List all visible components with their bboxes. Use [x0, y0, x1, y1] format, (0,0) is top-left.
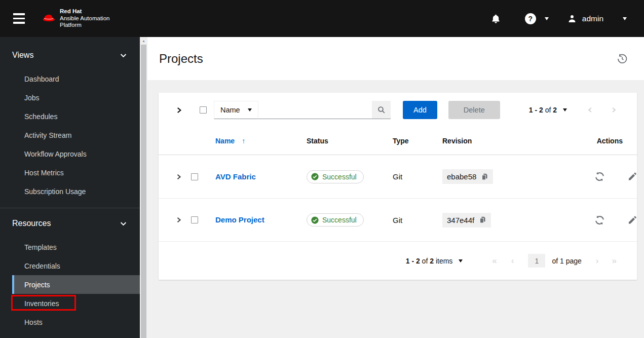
copy-revision-button[interactable]	[481, 173, 488, 181]
sync-project-button[interactable]	[594, 171, 605, 182]
nav-toggle-button[interactable]	[10, 10, 28, 27]
sidebar-item-host-metrics[interactable]: Host Metrics	[12, 163, 140, 182]
row-select-checkbox[interactable]	[191, 216, 198, 223]
copy-icon	[479, 216, 486, 224]
brand-logo: Red Hat Ansible Automation Platform	[42, 8, 109, 29]
sidebar-item-credentials[interactable]: Credentials	[12, 256, 140, 275]
sidebar-group-views[interactable]: Views	[0, 46, 140, 64]
prev-page-button[interactable]	[587, 106, 593, 114]
column-header-revision: Revision	[442, 137, 594, 145]
row-select-checkbox[interactable]	[191, 173, 198, 180]
revision-chip: ebabe58	[442, 169, 493, 184]
list-toolbar: Name Add Delete 1 - 2 of 2	[159, 93, 637, 127]
sidebar-item-schedules[interactable]: Schedules	[12, 107, 140, 126]
masthead-tools: ? admin	[491, 13, 627, 24]
sidebar-item-jobs[interactable]: Jobs	[12, 88, 140, 107]
user-menu-button[interactable]: admin	[567, 14, 627, 24]
column-header-type: Type	[393, 137, 442, 145]
chevron-down-icon	[120, 53, 127, 58]
column-header-status: Status	[307, 137, 393, 145]
chevron-right-icon	[176, 216, 182, 223]
chevron-right-icon	[176, 106, 182, 114]
add-button[interactable]: Add	[403, 101, 437, 119]
resources-items: Templates Credentials Projects Inventori…	[0, 238, 140, 331]
main-content: Projects Name	[147, 37, 644, 338]
column-header-name[interactable]: Name ↑	[215, 137, 307, 145]
brand-line1: Red Hat	[60, 8, 109, 15]
username-label: admin	[582, 14, 603, 23]
sidebar-item-activity-stream[interactable]: Activity Stream	[12, 126, 140, 144]
page-count-label: of 1 page	[552, 257, 581, 265]
sidebar-item-subscription-usage[interactable]: Subscription Usage	[12, 182, 140, 201]
project-type: Git	[393, 172, 442, 181]
status-badge: Successful	[307, 213, 364, 227]
copy-icon	[481, 173, 488, 181]
sidebar-item-inventories[interactable]: Inventories	[12, 294, 140, 313]
prev-page-button[interactable]: ‹	[511, 256, 514, 265]
views-items: Dashboard Jobs Schedules Activity Stream…	[0, 69, 140, 201]
sidebar-item-templates[interactable]: Templates	[12, 238, 140, 256]
check-circle-icon	[311, 216, 319, 224]
chevron-down-icon	[545, 17, 549, 20]
sync-project-button[interactable]	[594, 215, 605, 226]
redhat-hat-icon	[42, 14, 56, 24]
search-submit-button[interactable]	[372, 101, 391, 119]
help-menu-button[interactable]: ?	[525, 13, 549, 24]
last-page-button[interactable]: »	[612, 256, 617, 265]
first-page-button[interactable]: «	[492, 256, 497, 265]
chevron-down-icon	[623, 17, 627, 20]
check-circle-icon	[311, 173, 319, 180]
sidebar-group-resources[interactable]: Resources	[0, 214, 140, 233]
history-icon	[617, 53, 628, 64]
group-label: Views	[12, 51, 33, 60]
revision-chip: 347e44f	[442, 213, 491, 228]
pagination-summary: 1 - 2 of 2	[529, 106, 557, 114]
sidebar-item-projects[interactable]: Projects	[12, 275, 140, 294]
brand-line2: Ansible Automation	[60, 15, 109, 22]
caret-down-icon	[248, 108, 252, 111]
filter-key-label: Name	[220, 106, 240, 114]
top-pagination: 1 - 2 of 2	[529, 106, 617, 114]
column-header-actions: Actions	[594, 137, 629, 145]
scrollbar-up-arrow-icon[interactable]: ▲	[140, 37, 147, 45]
content-area: Name Add Delete 1 - 2 of 2	[147, 80, 644, 280]
brand-line3: Platform	[60, 22, 109, 29]
search-icon	[377, 105, 386, 114]
delete-button[interactable]: Delete	[448, 101, 500, 119]
status-badge: Successful	[307, 170, 364, 183]
sidebar-item-dashboard[interactable]: Dashboard	[12, 69, 140, 88]
expand-all-button[interactable]	[176, 106, 182, 114]
current-page-input[interactable]	[528, 254, 545, 268]
activity-history-button[interactable]	[617, 53, 628, 64]
row-expand-button[interactable]	[167, 216, 191, 223]
row-expand-button[interactable]	[167, 173, 191, 180]
sidebar-scrollbar[interactable]: ▲	[140, 37, 147, 338]
project-name-link[interactable]: AVD Fabric	[215, 172, 256, 181]
notifications-button[interactable]	[491, 14, 501, 24]
projects-card: Name Add Delete 1 - 2 of 2	[159, 93, 637, 280]
sidebar-nav: Views Dashboard Jobs Schedules Activity …	[0, 37, 140, 338]
caret-down-icon[interactable]	[563, 108, 567, 111]
search-input[interactable]	[258, 101, 372, 119]
edit-project-button[interactable]	[627, 171, 637, 182]
bottom-pagination: 1 - 2 of 2 items « ‹ of 1 page › »	[159, 241, 637, 280]
caret-down-icon[interactable]	[459, 259, 463, 262]
table-row: AVD Fabric Successful Git ebabe58	[159, 155, 637, 198]
copy-revision-button[interactable]	[479, 216, 486, 224]
select-all-checkbox[interactable]	[200, 106, 207, 114]
next-page-button[interactable]: ›	[596, 256, 599, 265]
sync-icon	[594, 171, 605, 182]
sync-icon	[594, 215, 605, 226]
chevron-down-icon	[120, 221, 127, 226]
sidebar-item-hosts[interactable]: Hosts	[12, 313, 140, 331]
sidebar-item-workflow-approvals[interactable]: Workflow Approvals	[12, 144, 140, 163]
edit-project-button[interactable]	[627, 215, 637, 226]
project-name-link[interactable]: Demo Project	[215, 215, 264, 224]
chevron-right-icon	[176, 173, 182, 180]
next-page-button[interactable]	[611, 106, 617, 114]
table-header-row: Name ↑ Status Type Revision Actions	[159, 127, 637, 155]
scrollbar-thumb[interactable]	[141, 45, 146, 338]
filter-key-dropdown[interactable]: Name	[214, 101, 258, 119]
table-row: Demo Project Successful Git 347e44f	[159, 198, 637, 241]
items-summary: 1 - 2 of 2 items	[406, 257, 463, 265]
